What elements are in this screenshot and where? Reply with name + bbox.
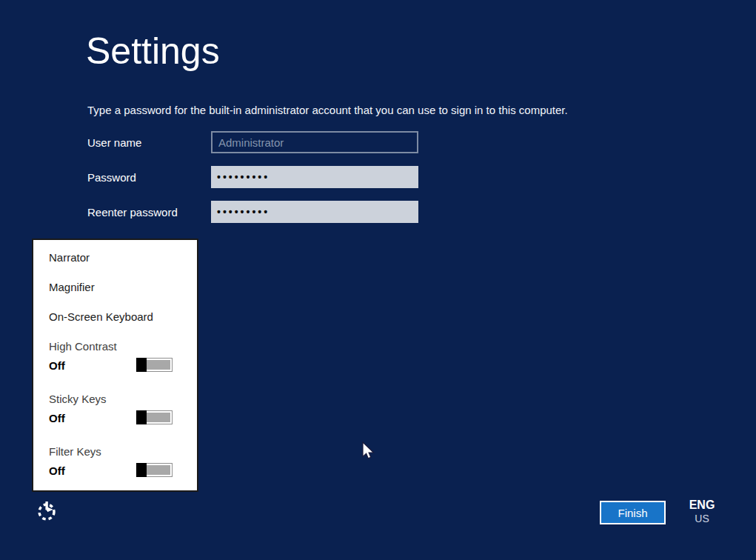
menu-item-narrator[interactable]: Narrator <box>49 250 90 265</box>
high-contrast-state: Off <box>49 359 65 373</box>
page-title: Settings <box>86 30 220 73</box>
username-label: User name <box>87 136 141 150</box>
reenter-password-label: Reenter password <box>87 205 178 220</box>
sticky-keys-label: Sticky Keys <box>49 392 107 407</box>
high-contrast-toggle[interactable] <box>136 358 173 372</box>
toggle-knob <box>136 410 147 424</box>
settings-screen: Settings Type a password for the built-i… <box>0 0 756 560</box>
menu-item-onscreen-keyboard[interactable]: On-Screen Keyboard <box>49 310 153 324</box>
finish-button[interactable]: Finish <box>600 501 666 524</box>
username-input[interactable] <box>211 131 418 153</box>
ease-of-access-menu: Narrator Magnifier On-Screen Keyboard Hi… <box>32 239 198 492</box>
password-input[interactable] <box>211 166 418 188</box>
sticky-keys-toggle[interactable] <box>136 410 173 424</box>
high-contrast-label: High Contrast <box>49 339 117 354</box>
filter-keys-toggle[interactable] <box>136 463 173 477</box>
sticky-keys-state: Off <box>49 411 65 426</box>
page-description: Type a password for the built-in adminis… <box>87 104 568 116</box>
filter-keys-label: Filter Keys <box>49 444 101 459</box>
language-region: US <box>683 512 721 525</box>
toggle-knob <box>136 463 147 477</box>
ease-of-access-button[interactable] <box>35 499 60 524</box>
password-label: Password <box>87 170 136 185</box>
reenter-password-input[interactable] <box>211 201 418 223</box>
language-code: ENG <box>683 498 721 512</box>
language-indicator[interactable]: ENG US <box>683 498 721 525</box>
mouse-cursor-icon <box>361 441 376 465</box>
filter-keys-state: Off <box>49 464 65 479</box>
toggle-knob <box>136 358 147 372</box>
ease-of-access-icon <box>36 514 59 525</box>
menu-item-magnifier[interactable]: Magnifier <box>49 280 95 295</box>
